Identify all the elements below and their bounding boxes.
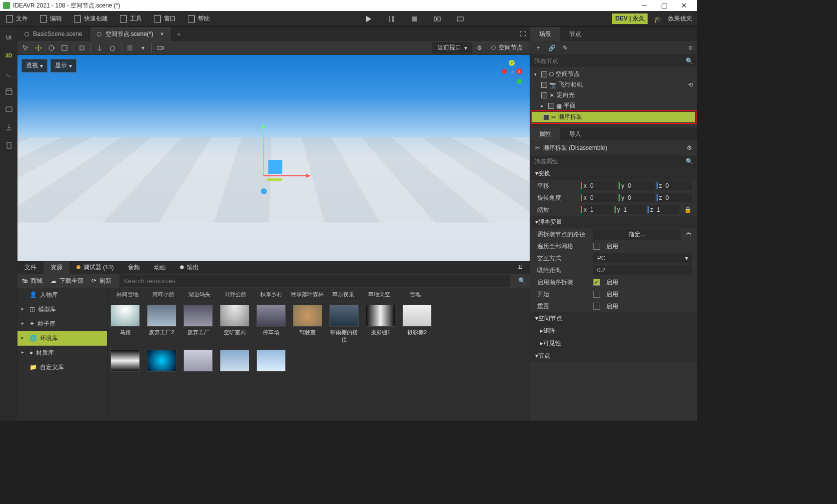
menu-tools[interactable]: 工具 bbox=[114, 11, 148, 26]
tool-curve-icon[interactable] bbox=[3, 68, 14, 79]
menu-window[interactable]: 窗口 bbox=[148, 11, 182, 26]
resource-thumb[interactable]: 空旷室内 bbox=[220, 305, 249, 344]
cat-environment[interactable]: ▸🌐环境库 bbox=[17, 331, 107, 346]
tab-node[interactable]: 节点 bbox=[560, 27, 590, 41]
category-name[interactable]: 草地天空 bbox=[361, 291, 397, 298]
bottom-tab-audio[interactable]: 音频 bbox=[121, 261, 147, 274]
chevron-down-icon[interactable]: ▾ bbox=[137, 42, 149, 54]
snapdist-input[interactable]: 0.2 bbox=[593, 265, 692, 275]
add-node-icon[interactable]: ＋ bbox=[535, 43, 541, 52]
search-icon[interactable]: 🔍 bbox=[518, 277, 526, 284]
sync-icon[interactable]: ⟲ bbox=[688, 81, 693, 88]
academic-cap-icon[interactable]: 🎓 bbox=[654, 15, 662, 23]
scale-tool[interactable] bbox=[58, 42, 70, 54]
cat-character[interactable]: 👤人物库 bbox=[17, 288, 107, 302]
category-name[interactable]: 湖边码头 bbox=[181, 291, 217, 298]
category-name[interactable]: 草原夜景 bbox=[325, 291, 361, 298]
expand-viewport-icon[interactable]: ⛶ bbox=[516, 30, 530, 37]
menu-edit[interactable]: 编辑 bbox=[34, 11, 68, 26]
category-name[interactable]: 林间雪地 bbox=[109, 291, 145, 298]
translate-z[interactable]: z0 bbox=[657, 181, 692, 190]
bottom-tab-resource[interactable]: 资源 bbox=[43, 261, 69, 274]
group-scriptvar[interactable]: ▾脚本变量 bbox=[530, 216, 697, 228]
filter-nodes[interactable]: 筛选节点🔍 bbox=[530, 55, 697, 67]
mode-3d[interactable]: 3D bbox=[3, 50, 14, 61]
resource-thumb[interactable]: 驾驶室 bbox=[293, 305, 322, 344]
rotate-y[interactable]: y0 bbox=[619, 193, 654, 202]
breadcrumb[interactable]: 空间节点 bbox=[486, 42, 528, 53]
resource-thumb[interactable]: 废弃工厂 bbox=[183, 305, 213, 344]
category-name[interactable]: 秋季乡村 bbox=[253, 291, 289, 298]
handle-icon[interactable] bbox=[261, 188, 267, 194]
category-name[interactable]: 秋季落叶森林 bbox=[289, 291, 325, 298]
tab-properties[interactable]: 属性 bbox=[530, 127, 560, 140]
menu-help[interactable]: 帮助 bbox=[182, 11, 216, 26]
scale-x[interactable]: x1 bbox=[581, 205, 613, 214]
enable-order-checkbox[interactable]: ✓ bbox=[593, 279, 600, 286]
bottom-tab-output[interactable]: 输出 bbox=[173, 261, 206, 274]
start-checkbox[interactable] bbox=[593, 291, 600, 298]
tab-basic-scene[interactable]: BasicScene.scene bbox=[17, 27, 90, 41]
mall-link[interactable]: 🛍商城 bbox=[21, 277, 42, 285]
group-visibility[interactable]: ▸可见性 bbox=[530, 337, 697, 350]
display-dropdown[interactable]: 显示▾ bbox=[50, 59, 76, 72]
rotate-tool[interactable] bbox=[45, 42, 57, 54]
list-tool[interactable] bbox=[124, 42, 136, 54]
cat-material[interactable]: ▸●材质库 bbox=[17, 346, 107, 360]
resource-thumb[interactable]: 摄影棚2 bbox=[402, 305, 432, 344]
settings-icon[interactable]: ⚙ bbox=[687, 144, 692, 151]
cat-custom[interactable]: 📁自定义库 bbox=[17, 360, 107, 375]
reset-checkbox[interactable] bbox=[593, 303, 600, 310]
menu-file[interactable]: 文件 bbox=[0, 11, 34, 26]
collapse-panel-icon[interactable]: ⇊ bbox=[511, 261, 530, 274]
resource-thumb[interactable] bbox=[256, 350, 286, 372]
tool-export-icon[interactable] bbox=[3, 122, 14, 133]
pause-button[interactable] bbox=[387, 15, 395, 23]
refresh-link[interactable]: ⟳刷新 bbox=[91, 277, 111, 285]
play-custom-button[interactable] bbox=[456, 15, 464, 23]
scale-z[interactable]: z1 bbox=[648, 205, 679, 214]
tree-plane[interactable]: ▸▦平面 bbox=[530, 100, 697, 111]
interact-dropdown[interactable]: PC▾ bbox=[593, 253, 692, 263]
perspective-dropdown[interactable]: 透视▾ bbox=[21, 59, 47, 72]
menu-icon[interactable]: ≡ bbox=[689, 44, 692, 51]
tree-disassemble[interactable]: ✂顺序拆装 bbox=[532, 112, 695, 122]
resource-thumb[interactable] bbox=[183, 350, 213, 372]
resource-thumb[interactable]: 带雨棚的楼顶 bbox=[329, 305, 359, 344]
cat-model[interactable]: ▸◫模型库 bbox=[17, 302, 107, 317]
box-tool[interactable] bbox=[106, 42, 118, 54]
resource-thumb[interactable] bbox=[147, 350, 176, 372]
resource-thumb[interactable] bbox=[220, 350, 249, 372]
tree-light[interactable]: ☀定向光 bbox=[530, 90, 697, 100]
rotate-z[interactable]: z0 bbox=[657, 193, 692, 202]
group-node[interactable]: ▾节点 bbox=[530, 350, 697, 362]
perf-dropdown[interactable]: 效果优先 bbox=[668, 14, 692, 23]
resource-thumb[interactable] bbox=[110, 350, 140, 372]
stop-button[interactable] bbox=[410, 15, 418, 23]
resource-thumb[interactable]: 废弃工厂2 bbox=[147, 305, 176, 344]
snap-tool[interactable] bbox=[76, 42, 88, 54]
resource-thumb[interactable]: 马路 bbox=[110, 305, 140, 344]
lock-icon[interactable]: 🔒 bbox=[684, 206, 692, 213]
minimize-button[interactable]: ─ bbox=[634, 1, 654, 9]
tree-camera[interactable]: 📷飞行相机⟲ bbox=[530, 79, 697, 90]
tool-device-icon[interactable] bbox=[3, 104, 14, 115]
nav-gizmo[interactable]: X Y Z bbox=[499, 59, 524, 89]
viewport-selector[interactable]: 当前视口▾ bbox=[432, 42, 472, 53]
traverse-checkbox[interactable] bbox=[593, 243, 600, 250]
camera-tool[interactable] bbox=[154, 42, 166, 54]
folder-icon[interactable]: 🗀 bbox=[686, 231, 692, 238]
translate-y[interactable]: y0 bbox=[619, 181, 654, 190]
bottom-tab-file[interactable]: 文件 bbox=[17, 261, 43, 274]
category-name[interactable]: 雪地 bbox=[397, 291, 433, 298]
path-button[interactable]: 指定... bbox=[593, 229, 681, 240]
local-tool[interactable] bbox=[93, 42, 105, 54]
tree-root[interactable]: ▾空间节点 bbox=[530, 69, 697, 79]
group-transform[interactable]: ▾变换 bbox=[530, 167, 697, 180]
translate-x[interactable]: x0 bbox=[581, 181, 617, 190]
play-scene-button[interactable] bbox=[433, 15, 441, 23]
script-icon[interactable]: ✎ bbox=[563, 44, 568, 51]
maximize-button[interactable]: ▢ bbox=[654, 1, 674, 9]
category-name[interactable]: 田野公路 bbox=[217, 291, 253, 298]
mode-ui[interactable]: UI bbox=[3, 32, 14, 43]
